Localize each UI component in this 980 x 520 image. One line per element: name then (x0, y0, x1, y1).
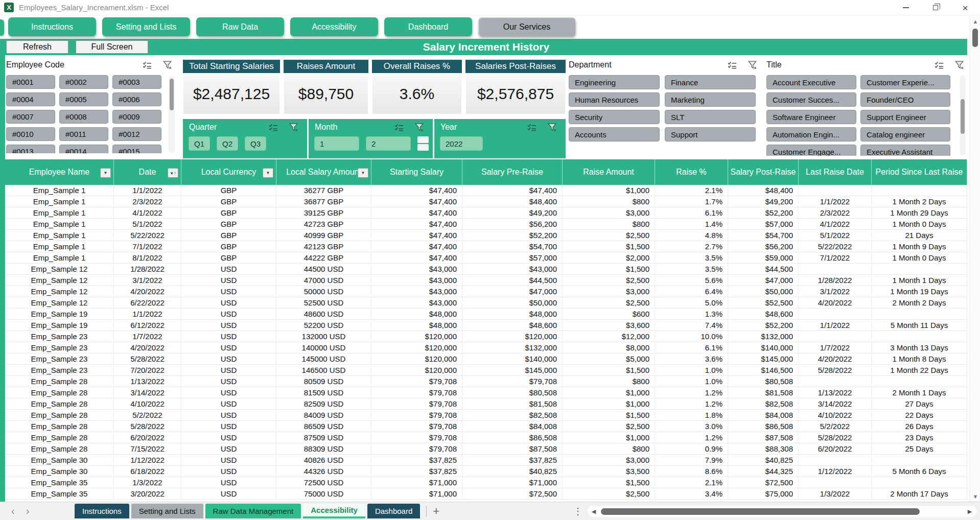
multi-select-icon[interactable] (935, 61, 944, 69)
clear-filter-icon[interactable] (163, 61, 172, 69)
employee-code-slicer-item[interactable]: #0001 (6, 75, 55, 89)
scroll-down-icon[interactable]: ▼ (970, 493, 980, 500)
cell-salary-post-raise: $145,000 (728, 353, 799, 364)
department-slicer-item[interactable]: SLT (665, 110, 756, 124)
title-slicer-scrollbar[interactable] (960, 76, 966, 156)
title-slicer-item[interactable]: Automation Engin... (766, 127, 856, 141)
sheet-tab-dashboard[interactable]: Dashboard (367, 504, 420, 518)
new-sheet-button[interactable]: + (433, 505, 439, 518)
department-slicer-item[interactable]: Accounts (569, 127, 660, 141)
multi-select-icon[interactable] (728, 61, 737, 69)
clear-filter-icon[interactable] (415, 123, 424, 131)
cell-last-raise-date: 1/3/2022 (799, 488, 872, 499)
title-slicer-item[interactable]: Support Engineer (860, 110, 950, 124)
year-slicer-item[interactable]: 2022 (440, 136, 483, 151)
clear-filter-icon[interactable] (748, 61, 757, 69)
column-filter-button[interactable]: ▼ (263, 168, 273, 178)
prev-sheet-arrow[interactable]: ‹ (11, 505, 15, 517)
month-slicer-scrollbar[interactable] (417, 136, 429, 151)
sheet-tab-setting-and-lists[interactable]: Setting and Lists (131, 504, 203, 518)
vertical-scrollbar[interactable]: ▲ ▼ (970, 16, 980, 502)
employee-code-slicer-item[interactable]: #0002 (59, 75, 108, 89)
clear-filter-icon[interactable] (289, 123, 298, 131)
multi-select-icon[interactable] (269, 124, 278, 131)
horizontal-scrollbar[interactable]: ◀ ▶ (588, 506, 977, 517)
scroll-right-icon[interactable]: ▶ (964, 508, 976, 515)
employee-code-slicer-item[interactable]: #0012 (112, 127, 161, 141)
year-slicer: Year 2022 (434, 119, 566, 158)
title-slicer-item[interactable]: Software Engineer (766, 110, 856, 124)
employee-code-slicer-item[interactable]: #0005 (59, 92, 108, 106)
employee-code-slicer-item[interactable]: #0015 (112, 145, 161, 153)
quarter-slicer-item[interactable]: Q1 (189, 136, 210, 151)
employee-code-slicer-item[interactable]: #0004 (6, 92, 55, 106)
scrollbar-thumb[interactable] (170, 79, 174, 110)
nav-button-dashboard[interactable]: Dashboard (384, 17, 472, 36)
multi-select-icon[interactable] (143, 61, 152, 69)
department-slicer-item[interactable]: Security (569, 110, 660, 124)
title-slicer-item[interactable]: Founder/CEO (860, 92, 950, 107)
quarter-slicer-item[interactable]: Q2 (217, 136, 238, 151)
department-slicer-item[interactable]: Support (665, 127, 756, 141)
sheet-tab-instructions[interactable]: Instructions (75, 504, 129, 518)
restore-button[interactable] (921, 0, 950, 15)
clear-filter-icon[interactable] (548, 123, 556, 131)
full-screen-button[interactable]: Full Screen (76, 40, 148, 54)
nav-button-our-services[interactable]: Our Services (478, 17, 575, 36)
title-slicer-item[interactable]: Customer Engage... (766, 145, 856, 156)
cell-local-currency: USD (181, 432, 276, 443)
quarter-slicer-item[interactable]: Q3 (245, 136, 266, 151)
employee-code-slicer-item[interactable]: #0007 (6, 110, 55, 124)
scroll-left-icon[interactable]: ◀ (588, 508, 600, 515)
month-slicer-item[interactable]: 1 (314, 136, 359, 151)
employee-code-slicer-item[interactable]: #0009 (112, 110, 161, 124)
department-slicer-item[interactable]: Human Resources (569, 92, 660, 107)
next-sheet-arrow[interactable]: › (26, 505, 30, 517)
multi-select-icon[interactable] (527, 124, 536, 131)
cell-salary-pre-raise: $44,500 (462, 275, 563, 286)
month-slicer-item[interactable]: 2 (366, 136, 411, 151)
employee-code-slicer-item[interactable]: #0013 (6, 145, 55, 153)
cell-local-salary-amount: 50000 USD (276, 286, 371, 297)
table-row: Emp_Sample 124/20/2022USD50000 USD$43,00… (5, 286, 967, 297)
scrollbar-thumb[interactable] (961, 99, 965, 134)
minimize-button[interactable] (891, 0, 921, 15)
close-button[interactable]: × (950, 0, 980, 15)
cell-raise: 3.5% (655, 264, 728, 274)
sheet-options-kebab-icon[interactable]: ⋮ (573, 506, 582, 517)
employee-code-slicer-item[interactable]: #0003 (112, 75, 161, 89)
title-slicer-item[interactable]: Account Executive (766, 75, 856, 89)
cell-salary-post-raise: $59,000 (728, 252, 799, 263)
employee-code-slicer-item[interactable]: #0014 (59, 145, 108, 153)
scroll-up-icon[interactable]: ▲ (970, 18, 980, 25)
nav-button-instructions[interactable]: Instructions (8, 17, 96, 36)
sheet-tab-raw-data-management[interactable]: Raw Data Management (205, 504, 301, 518)
title-slicer-item[interactable]: Customer Experie... (860, 75, 950, 89)
department-slicer-item[interactable]: Engineering (569, 75, 660, 89)
cell-last-raise-date: 7/1/2022 (799, 252, 872, 263)
column-filter-button[interactable]: ▼ (100, 168, 111, 178)
employee-code-slicer-item[interactable]: #0006 (112, 92, 161, 106)
employee-code-slicer-item[interactable]: #0011 (59, 127, 108, 141)
nav-button-partial[interactable] (0, 19, 4, 36)
column-filter-button[interactable]: ▼ (358, 168, 368, 178)
title-slicer-item[interactable]: Executive Assistant (860, 145, 950, 156)
employee-code-scrollbar[interactable] (169, 76, 175, 153)
title-slicer-item[interactable]: Customer Succes... (766, 92, 856, 107)
multi-select-icon[interactable] (394, 124, 404, 131)
clear-filter-icon[interactable] (955, 61, 964, 69)
nav-button-setting-and-lists[interactable]: Setting and Lists (102, 17, 190, 36)
department-slicer-item[interactable]: Finance (665, 75, 756, 89)
scrollbar-thumb[interactable] (972, 29, 978, 47)
scrollbar-thumb[interactable] (601, 508, 920, 515)
title-slicer-item[interactable]: Catalog engineer (860, 127, 950, 141)
column-filter-button[interactable]: ▼↑ (168, 168, 178, 178)
employee-code-slicer-item[interactable]: #0008 (59, 110, 108, 124)
sheet-tab-accessibility[interactable]: Accessibility (303, 504, 365, 518)
department-slicer-item[interactable]: Marketing (665, 92, 756, 107)
nav-button-raw-data[interactable]: Raw Data (196, 17, 284, 36)
cell-salary-pre-raise: $145,000 (462, 365, 563, 375)
employee-code-slicer-item[interactable]: #0010 (6, 127, 55, 141)
refresh-button[interactable]: Refresh (6, 40, 68, 54)
nav-button-accessibility[interactable]: Accessibility (290, 17, 378, 36)
